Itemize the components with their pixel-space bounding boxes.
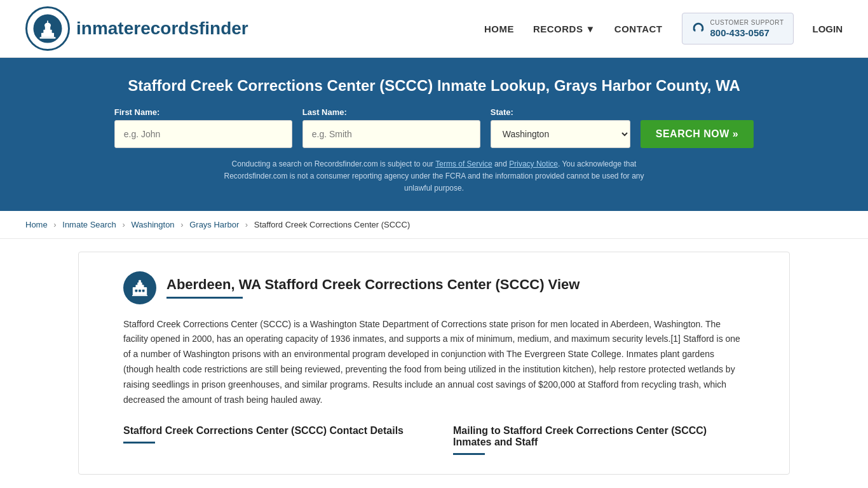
chevron-down-icon: ▼	[585, 24, 595, 34]
breadcrumb-current: Stafford Creek Corrections Center (SCCC)	[254, 220, 410, 229]
breadcrumb-home[interactable]: Home	[25, 220, 48, 229]
svg-rect-13	[139, 289, 141, 292]
svg-rect-1	[41, 33, 54, 37]
svg-rect-11	[132, 295, 147, 296]
state-label: State:	[491, 107, 513, 117]
facility-title-block: Aberdeen, WA Stafford Creek Corrections …	[166, 276, 580, 299]
privacy-link[interactable]: Privacy Notice	[509, 159, 558, 168]
last-name-input[interactable]	[302, 120, 480, 148]
contact-underline	[123, 442, 155, 444]
breadcrumb: Home › Inmate Search › Washington › Gray…	[0, 211, 868, 239]
logo-icon	[25, 6, 70, 51]
bottom-sections: Stafford Creek Corrections Center (SCCC)…	[123, 425, 745, 461]
breadcrumb-grays-harbor[interactable]: Grays Harbor	[189, 220, 239, 229]
hero-title: Stafford Creek Corrections Center (SCCC)…	[25, 77, 843, 95]
breadcrumb-sep-2: ›	[122, 220, 125, 229]
state-select[interactable]: AlabamaAlaskaArizonaArkansasCaliforniaCo…	[491, 120, 630, 148]
nav-records[interactable]: RECORDS ▼	[533, 24, 595, 34]
customer-support-box[interactable]: CUSTOMER SUPPORT 800-433-0567	[682, 13, 794, 45]
content-card: Aberdeen, WA Stafford Creek Corrections …	[104, 252, 764, 475]
contact-section: Stafford Creek Corrections Center (SCCC)…	[123, 425, 415, 461]
mailing-underline	[453, 453, 485, 455]
logo-area: inmaterecordsfinder	[25, 6, 248, 51]
nav-contact[interactable]: CONTACT	[614, 24, 663, 34]
breadcrumb-washington[interactable]: Washington	[131, 220, 174, 229]
facility-description: Stafford Creek Corrections Center (SCCC)…	[123, 317, 745, 408]
hero-section: Stafford Creek Corrections Center (SCCC)…	[0, 58, 868, 211]
svg-rect-12	[135, 289, 138, 292]
last-name-group: Last Name:	[302, 107, 480, 148]
title-underline	[166, 297, 243, 299]
support-text: CUSTOMER SUPPORT 800-433-0567	[710, 18, 784, 39]
site-header: inmaterecordsfinder HOME RECORDS ▼ CONTA…	[0, 0, 868, 58]
mailing-section: Mailing to Stafford Creek Corrections Ce…	[453, 425, 745, 461]
nav-home[interactable]: HOME	[484, 24, 514, 34]
content-container: Aberdeen, WA Stafford Creek Corrections …	[78, 252, 790, 475]
building-icon	[131, 279, 149, 297]
first-name-label: First Name:	[114, 107, 160, 117]
contact-heading: Stafford Creek Corrections Center (SCCC)…	[123, 425, 415, 437]
facility-icon	[123, 271, 156, 304]
facility-heading: Aberdeen, WA Stafford Creek Corrections …	[166, 276, 580, 293]
breadcrumb-sep-3: ›	[180, 220, 183, 229]
first-name-input[interactable]	[114, 120, 292, 148]
nav-login[interactable]: LOGIN	[813, 24, 843, 34]
search-form: First Name: Last Name: State: AlabamaAla…	[25, 107, 843, 148]
breadcrumb-sep-1: ›	[53, 220, 56, 229]
breadcrumb-inmate-search[interactable]: Inmate Search	[62, 220, 116, 229]
site-name: inmaterecordsfinder	[76, 18, 248, 39]
svg-rect-5	[47, 21, 48, 25]
last-name-label: Last Name:	[302, 107, 347, 117]
mailing-heading: Mailing to Stafford Creek Corrections Ce…	[453, 425, 745, 448]
svg-rect-2	[43, 30, 51, 34]
search-button[interactable]: SEARCH NOW »	[641, 120, 754, 148]
svg-rect-14	[142, 289, 145, 292]
state-group: State: AlabamaAlaskaArizonaArkansasCalif…	[491, 107, 630, 148]
first-name-group: First Name:	[114, 107, 292, 148]
tos-link[interactable]: Terms of Service	[435, 159, 492, 168]
main-nav: HOME RECORDS ▼ CONTACT CUSTOMER SUPPORT …	[484, 13, 843, 45]
svg-rect-6	[40, 37, 56, 39]
headset-icon	[691, 22, 705, 36]
breadcrumb-sep-4: ›	[245, 220, 248, 229]
svg-rect-10	[139, 280, 141, 283]
facility-header: Aberdeen, WA Stafford Creek Corrections …	[123, 271, 745, 304]
hero-disclaimer: Conducting a search on Recordsfinder.com…	[212, 158, 656, 195]
